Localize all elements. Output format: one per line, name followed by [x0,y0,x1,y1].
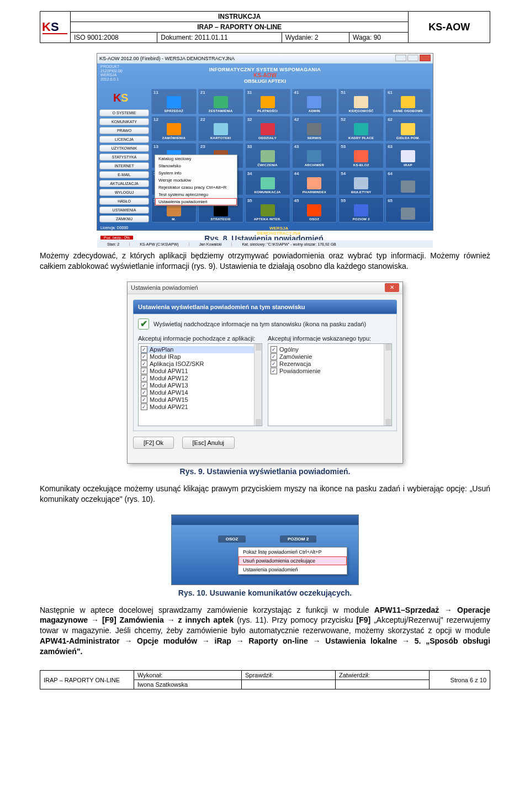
context-menu-item[interactable]: Ustawienia powiadomień [239,565,347,574]
context-menu-settings[interactable]: Katalog sieciowyStanowiskoSystem infoWer… [155,155,237,206]
status-pozbezp: Poz. bezp.: 0% [100,236,133,240]
listbox-apps[interactable]: ✓ApwPlan✓Moduł IRap✓Aplikacja ISOZ/SKR✓M… [138,343,262,426]
list-item[interactable]: ✓Moduł APW11 [141,368,259,375]
list-item[interactable]: ✓Powiadomienie [271,368,389,375]
list-item[interactable]: ✓ApwPlan [141,346,259,353]
footer-wykonal-label: Wykonał: [134,671,242,680]
module-tile[interactable]: 55POZIOM 2 [338,197,384,222]
checkbox-main-row[interactable]: ✔ Wyświetlaj nadchodzące informacje na t… [138,319,392,330]
list-item[interactable]: ✓Moduł APW21 [141,404,259,411]
checkbox[interactable]: ✓ [271,353,277,360]
banner-line1: INFORMATYCZNY SYSTEM WSPOMAGANIA [209,67,321,72]
context-menu-item[interactable]: Rejestrator czasu pracy Ctrl+Alt+R [155,184,237,191]
list-item[interactable]: ✓Rezerwacja [271,360,389,368]
context-menu-item[interactable]: Ustawienia powiadomień [155,198,237,205]
scrollbar[interactable] [254,344,262,426]
banner-line3: OBSŁUGI APTEKI [244,78,286,84]
list-item[interactable]: ✓Moduł IRap [141,353,259,360]
module-tile[interactable]: 31PŁATNOŚCI [245,89,290,114]
module-tile[interactable]: 45OSOZ [292,197,337,222]
context-menu-item[interactable]: System info [155,169,237,177]
module-tile[interactable]: 43ARCHIWER [292,143,337,168]
module-tile[interactable]: 53KS-BLOZ [338,143,384,168]
ok-button[interactable]: [F2] Ok [133,437,174,449]
sidebar-btn[interactable]: KOMUNIKATY [99,118,149,125]
context-menu-item[interactable]: Usuń powiadomienia oczekujące [239,556,347,565]
module-tile[interactable]: 54BIULETYNY [338,170,384,195]
sidebar-btn[interactable]: UŻYTKOWNIK [99,145,149,152]
tile-osoz[interactable]: OSOZ [209,529,255,543]
sidebar-btn[interactable]: O SYSTEMIE [99,109,149,116]
cancel-button[interactable]: [Esc] Anuluj [182,437,235,449]
window-title: KS-AOW 2012.00 (Firebird) - WERSJA DEMON… [99,56,235,61]
list-item[interactable]: ✓Moduł APW12 [141,375,259,382]
module-tile[interactable]: 11SPRZEDAŻ [151,89,197,114]
list-item[interactable]: ✓Zamówienie [271,353,389,360]
sidebar-btn[interactable]: ZAMKNIJ [99,215,149,222]
checkbox[interactable]: ✓ [141,360,147,367]
footer-sprawdzil: Sprawdził: [242,671,336,680]
sidebar-btn[interactable]: INTERNET [99,162,149,169]
sidebar-btn[interactable]: LICENCJA [99,136,149,143]
svg-text:S: S [51,20,59,34]
checkbox[interactable]: ✓ [141,404,147,410]
checkbox[interactable]: ✓ [141,346,147,353]
list-item[interactable]: ✓Moduł APW14 [141,389,259,396]
sidebar-btn[interactable]: WYLOGUJ [99,189,149,196]
module-tile[interactable]: 32ODDZIAŁY [245,116,290,141]
context-menu-item[interactable]: Stanowisko [155,162,237,169]
module-tile[interactable]: 64 [385,170,431,195]
module-tile[interactable]: 42SERWIS [292,116,337,141]
ks-logo: KS [40,17,70,37]
list-item[interactable]: ✓Moduł APW15 [141,396,259,404]
module-tile[interactable]: 21ZESTAWIENIA [198,89,243,114]
module-tile[interactable]: 51KSIĘGOWOŚĆ [338,89,384,114]
close-button[interactable]: ✕ [385,283,399,292]
checkbox[interactable]: ✓ [141,382,147,389]
checkbox[interactable]: ✓ [271,368,277,374]
module-tile[interactable]: 22KARTOTEKI [198,116,243,141]
list-item[interactable]: ✓Ogólny [271,346,389,353]
context-menu-notifications[interactable]: Pokaż listę powiadomień Ctrl+Alt+PUsuń p… [238,547,347,575]
sidebar-btn[interactable]: STATYSTYKA [99,153,149,161]
module-tile[interactable]: 61DANE OSOBOWE [385,89,431,114]
checkbox[interactable]: ✓ [271,346,277,353]
context-menu-item[interactable]: Pokaż listę powiadomień Ctrl+Alt+P [239,548,347,556]
module-tile[interactable]: 41ADMIN [292,89,337,114]
checkbox[interactable]: ✓ [141,375,147,381]
sidebar-btn[interactable]: E-MAIL [99,171,149,178]
checkbox[interactable]: ✓ [141,368,147,374]
footer-wykonal-name: Iwona Szatkowska [134,680,242,689]
module-tile[interactable]: 12ZAMÓWIENIA [151,116,197,141]
sidebar-btn[interactable]: USTAWIENIA [99,206,149,214]
context-menu-item[interactable]: Katalog sieciowy [155,155,237,162]
context-menu-item[interactable]: Test systemu aptecznego [155,191,237,198]
context-menu-item[interactable]: Wersje modułów [155,177,237,184]
header-wyd: Wydanie: 2 [282,33,349,43]
header-brand: KS-AOW [409,12,490,43]
list-item[interactable]: ✓Moduł APW13 [141,382,259,389]
list-item[interactable]: ✓Aplikacja ISOZ/SKR [141,360,259,368]
sidebar-btn[interactable]: PRAWO [99,127,149,134]
sidebar-btn[interactable]: AKTUALIZACJA [99,180,149,187]
module-tile[interactable]: 34KOMUNIKACJA [245,170,290,195]
module-tile[interactable]: 62GIEŁDA POM. [385,116,431,141]
paragraph-3: Następnie w aptece docelowej sprawdzamy … [40,605,490,657]
checkbox[interactable]: ✓ [271,360,277,367]
tile-poziom2[interactable]: POZIOM 2 [275,529,321,543]
listbox-types[interactable]: ✓Ogólny✓Zamówienie✓Rezerwacja✓Powiadomie… [268,343,392,426]
checkbox-main[interactable]: ✔ [138,319,149,330]
module-tile[interactable]: 63IRAP [385,143,431,168]
module-tile[interactable]: 44PHARMINDEX [292,170,337,195]
module-tile[interactable]: 65 [385,197,431,222]
module-tile[interactable]: 52KADRY PŁACE [338,116,384,141]
scrollbar[interactable] [384,344,391,426]
header-title: INSTRUKCJA [71,12,409,22]
checkbox[interactable]: ✓ [141,353,147,360]
checkbox[interactable]: ✓ [141,396,147,403]
sidebar-btn[interactable]: HASŁO [99,198,149,205]
module-tile[interactable]: 33ĆWICZENIA [245,143,290,168]
module-tile[interactable]: 35APTEKA INTER. [245,197,290,222]
checkbox[interactable]: ✓ [141,389,147,396]
window-caption-buttons[interactable] [394,55,431,62]
